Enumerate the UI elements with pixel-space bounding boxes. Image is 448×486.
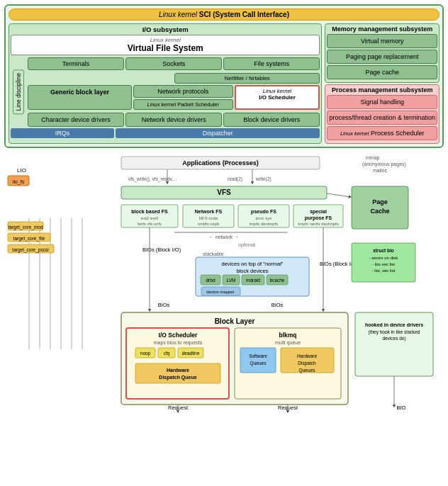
pkt-sched-box: Linux kernel Packet Scheduler <box>133 99 233 110</box>
pkt-right: Netfilter / Nrtables <box>174 73 320 84</box>
io-label: I/O subsystem <box>11 26 320 33</box>
net-dev-box: Network device drivers <box>125 113 222 127</box>
netfilter-box: Netfilter / Nrtables <box>174 73 320 84</box>
svg-text:tmpfs ramfs devtmpfs: tmpfs ramfs devtmpfs <box>298 222 338 226</box>
svg-text:- list, vec list: - list, vec list <box>372 269 396 273</box>
svg-text:devices do): devices do) <box>382 336 405 341</box>
svg-text:(they hook in like stacked: (they hook in like stacked <box>369 329 420 335</box>
lio-label: LIO <box>17 167 26 174</box>
svg-text:mmap: mmap <box>366 155 380 161</box>
sci-kernel-prefix: Linux kernel <box>159 11 199 18</box>
svg-text:mdraid: mdraid <box>246 278 260 283</box>
svg-text:noop: noop <box>140 351 151 356</box>
proc-label: Process management subsystem <box>327 86 437 94</box>
svg-text:tmpfs devtmpfs: tmpfs devtmpfs <box>250 222 279 226</box>
svg-text:Hardware: Hardware <box>167 368 189 373</box>
svg-text:(anonymous pages): (anonymous pages) <box>362 162 406 167</box>
vfs-box: Linux kernel Virtual File System <box>11 35 320 55</box>
char-dev-box: Character device drivers <box>28 113 124 127</box>
generic-block-box: Generic block layer <box>28 85 132 110</box>
netfilter-row: Netfilter / Nrtables <box>28 73 320 84</box>
svg-text:Page: Page <box>372 198 388 205</box>
filesystems-box: File systems <box>223 57 320 70</box>
irq-disp-row: IRQs Dispatcher <box>11 128 320 138</box>
io-sched-sub: Linux kernel <box>237 88 318 94</box>
svg-text:Dispatch Queue: Dispatch Queue <box>159 375 196 380</box>
dispatcher-bar: Dispatcher <box>116 128 320 138</box>
svg-text:VFS: VFS <box>217 188 231 196</box>
svg-text:target_core_mod: target_core_mod <box>8 225 43 230</box>
svg-text:- bio vec list: - bio vec list <box>372 262 395 266</box>
net-proto-box: Network protocols <box>133 85 233 98</box>
svg-text:purpose FS: purpose FS <box>305 215 332 221</box>
svg-text:optional: optional <box>238 242 256 248</box>
proc-sched-box: Linux kernel Process Scheduler <box>327 126 437 140</box>
svg-text:bcache: bcache <box>270 278 285 283</box>
svg-text:Block Layer: Block Layer <box>215 317 255 325</box>
svg-text:hooked in device drivers: hooked in device drivers <box>365 322 423 327</box>
svg-text:LVM: LVM <box>227 278 236 283</box>
svg-text:deadline: deadline <box>182 351 200 356</box>
svg-text:Dispatch: Dispatch <box>298 361 316 366</box>
svg-text:cfq: cfq <box>164 351 170 356</box>
svg-text:proc sys: proc sys <box>256 216 271 220</box>
line-discipline: Line discipline <box>13 69 24 114</box>
pkt-sched-sub: Linux kernel <box>147 101 176 108</box>
irq-bar: IRQs <box>11 128 114 138</box>
svg-text:target_core_pscsi: target_core_pscsi <box>12 247 48 253</box>
svg-text:Request: Request <box>278 405 298 411</box>
svg-text:blkmq: blkmq <box>279 332 296 339</box>
bottom-diagram: LIO lio_fs target_core_mod target_core_f… <box>4 151 444 413</box>
mem-label: Memory management subsystem <box>327 26 437 33</box>
svg-text:BIOs (Block I/O): BIOs (Block I/O) <box>142 247 181 253</box>
svg-text:device mapper: device mapper <box>206 290 234 294</box>
page-cache-box: Page cache <box>327 65 437 79</box>
svg-text:- sector on disk: - sector on disk <box>369 256 399 260</box>
proc-sched-label: Process Scheduler <box>371 130 425 137</box>
svg-text:Queues: Queues <box>299 368 316 373</box>
io-sched-box: Linux kernel I/O Scheduler <box>235 85 320 110</box>
mem-subsystem: Memory management subsystem Virtual memo… <box>325 23 439 83</box>
svg-text:BIOs: BIOs <box>158 302 170 308</box>
svg-text:block based FS: block based FS <box>131 209 168 214</box>
block-net-row: Generic block layer Network protocols Li… <box>28 85 320 110</box>
vfs-title: Virtual File System <box>14 43 316 53</box>
sci-bar: Linux kernel SCI (System Call Interface) <box>9 9 439 21</box>
svg-rect-84 <box>135 363 220 383</box>
line-discipline-col: Line discipline <box>11 57 26 127</box>
svg-text:Cache: Cache <box>370 208 389 215</box>
io-sched-label: I/O Scheduler <box>237 94 318 101</box>
svg-text:struct bio: struct bio <box>373 248 394 253</box>
svg-text:block devices: block devices <box>236 268 268 274</box>
svg-text:← network →: ← network → <box>209 234 239 239</box>
svg-text:Network FS: Network FS <box>195 209 223 214</box>
char-dev-label: Character device drivers <box>30 116 122 123</box>
svg-text:devices on top of "normal": devices on top of "normal" <box>221 261 283 267</box>
virtual-memory-box: Virtual memory <box>327 34 437 48</box>
svg-text:special: special <box>310 209 327 215</box>
signal-box: Signal handling <box>327 95 437 109</box>
sockets-box: Sockets <box>125 57 222 70</box>
net-io-col: Network protocols Linux kernel Packet Sc… <box>133 85 233 110</box>
terminals-box: Terminals <box>28 57 124 70</box>
svg-text:BIOs: BIOs <box>271 302 284 308</box>
device-drivers-row: Character device drivers Network device … <box>28 113 320 127</box>
net-dev-label: Network device drivers <box>128 116 220 123</box>
svg-text:ext2 ext4: ext2 ext4 <box>141 216 159 220</box>
svg-text:write(2): write(2) <box>255 176 271 182</box>
block-dev-label: Block device drivers <box>225 116 318 123</box>
svg-text:Software: Software <box>249 354 267 358</box>
svg-text:pseudo FS: pseudo FS <box>251 209 276 215</box>
io-subsystem: I/O subsystem Linux kernel Virtual File … <box>9 23 322 144</box>
sci-label: SCI (System Call Interface) <box>199 11 289 18</box>
proc-thread-box: process/thread creation & termination <box>327 111 437 125</box>
main-col: Terminals Sockets File systems Netfilter… <box>28 57 320 127</box>
svg-text:target_core_file: target_core_file <box>13 236 45 242</box>
vfs-sub: Linux kernel <box>14 37 316 43</box>
svg-text:smbfs ceph: smbfs ceph <box>198 222 220 226</box>
pkt-sched-label: Packet Scheduler <box>177 101 219 108</box>
top-diagram: Linux kernel SCI (System Call Interface)… <box>4 4 444 148</box>
svg-text:vfs_write(), vfs_readv,...: vfs_write(), vfs_readv,... <box>128 176 177 182</box>
proc-sched-sub: Linux kernel <box>340 130 369 137</box>
svg-text:lio_fs: lio_fs <box>13 179 25 185</box>
